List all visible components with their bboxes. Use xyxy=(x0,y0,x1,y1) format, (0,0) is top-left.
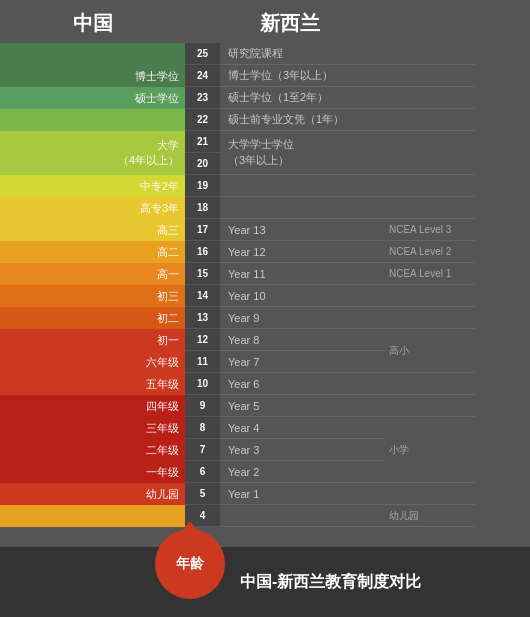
china-row-10: 五年级 xyxy=(0,373,185,395)
num-13: 13 xyxy=(185,307,220,329)
num-10: 10 xyxy=(185,373,220,395)
china-row-12: 初一 xyxy=(0,329,185,351)
nz-row-14: Year 10 xyxy=(220,285,385,307)
china-row-11: 六年级 xyxy=(0,351,185,373)
china-row-7: 二年级 xyxy=(0,439,185,461)
num-23: 23 xyxy=(185,87,220,109)
china-row-6: 一年级 xyxy=(0,461,185,483)
ncea-17: NCEA Level 3 xyxy=(385,219,475,241)
china-row-16: 高二 xyxy=(0,241,185,263)
main-container: 中国 新西兰 博士学位 硕士学位 大学（4年以上） 中专2年 高专3年 高三 高… xyxy=(0,0,530,617)
nz-row-25: 研究院课程 xyxy=(220,43,385,65)
num-9: 9 xyxy=(185,395,220,417)
ncea-18 xyxy=(385,197,475,219)
num-11: 11 xyxy=(185,351,220,373)
comparison-table: 博士学位 硕士学位 大学（4年以上） 中专2年 高专3年 高三 高二 高一 初三… xyxy=(0,43,530,527)
num-25: 25 xyxy=(185,43,220,65)
nz-row-24: 博士学位（3年以上） xyxy=(220,65,385,87)
nz-row-18 xyxy=(220,197,385,219)
comparison-title: 中国-新西兰教育制度对比 xyxy=(240,572,421,593)
ncea-14 xyxy=(385,285,475,307)
ncea-21-20 xyxy=(385,131,475,175)
nz-row-22: 硕士前专业文凭（1年） xyxy=(220,109,385,131)
china-row-19: 中专2年 xyxy=(0,175,185,197)
nz-row-15: Year 11 xyxy=(220,263,385,285)
nz-row-4 xyxy=(220,505,385,527)
num-22: 22 xyxy=(185,109,220,131)
china-row-25 xyxy=(0,43,185,65)
china-row-13: 初二 xyxy=(0,307,185,329)
nz-row-7: Year 3 xyxy=(220,439,385,461)
num-21: 21 xyxy=(185,131,220,153)
ncea-25 xyxy=(385,43,475,65)
china-row-22 xyxy=(0,109,185,131)
nz-row-17: Year 13 xyxy=(220,219,385,241)
china-row-18: 高专3年 xyxy=(0,197,185,219)
nz-row-8: Year 4 xyxy=(220,417,385,439)
nz-row-21-20: 大学学士学位（3年以上） xyxy=(220,131,385,175)
num-7: 7 xyxy=(185,439,220,461)
nz-row-11: Year 7 xyxy=(220,351,385,373)
age-label: 年龄 xyxy=(176,555,204,573)
nz-row-12: Year 8 xyxy=(220,329,385,351)
num-24: 24 xyxy=(185,65,220,87)
nz-main-column: 研究院课程 博士学位（3年以上） 硕士学位（1至2年） 硕士前专业文凭（1年） … xyxy=(220,43,385,527)
ncea-5 xyxy=(385,483,475,505)
ncea-19 xyxy=(385,175,475,197)
china-column: 博士学位 硕士学位 大学（4年以上） 中专2年 高专3年 高三 高二 高一 初三… xyxy=(0,43,185,527)
ncea-9 xyxy=(385,395,475,417)
china-row-15: 高一 xyxy=(0,263,185,285)
nz-row-23: 硕士学位（1至2年） xyxy=(220,87,385,109)
num-19: 19 xyxy=(185,175,220,197)
china-row-14: 初三 xyxy=(0,285,185,307)
nz-row-9: Year 5 xyxy=(220,395,385,417)
ncea-12-11: 高小 xyxy=(385,329,475,373)
ncea-15: NCEA Level 1 xyxy=(385,263,475,285)
num-18: 18 xyxy=(185,197,220,219)
china-row-8: 三年级 xyxy=(0,417,185,439)
footer-bar: 年龄 中国-新西兰教育制度对比 xyxy=(0,547,530,617)
china-row-21-20: 大学（4年以上） xyxy=(0,131,185,175)
num-15: 15 xyxy=(185,263,220,285)
china-row-5: 幼儿园 xyxy=(0,483,185,505)
nz-row-13: Year 9 xyxy=(220,307,385,329)
nz-row-10: Year 6 xyxy=(220,373,385,395)
nz-area: 研究院课程 博士学位（3年以上） 硕士学位（1至2年） 硕士前专业文凭（1年） … xyxy=(220,43,530,527)
header: 中国 新西兰 xyxy=(0,0,530,43)
ncea-4: 幼儿园 xyxy=(385,505,475,527)
ncea-16: NCEA Level 2 xyxy=(385,241,475,263)
num-8: 8 xyxy=(185,417,220,439)
china-row-24: 博士学位 xyxy=(0,65,185,87)
nz-header-label: 新西兰 xyxy=(220,10,530,37)
ncea-23 xyxy=(385,87,475,109)
nz-row-6: Year 2 xyxy=(220,461,385,483)
num-20: 20 xyxy=(185,153,220,175)
nz-row-16: Year 12 xyxy=(220,241,385,263)
ncea-13 xyxy=(385,307,475,329)
number-column: 25 24 23 22 21 20 19 18 17 16 15 14 13 1… xyxy=(185,43,220,527)
ncea-8-6: 小学 xyxy=(385,417,475,483)
nz-row-5: Year 1 xyxy=(220,483,385,505)
num-14: 14 xyxy=(185,285,220,307)
china-row-9: 四年级 xyxy=(0,395,185,417)
ncea-column: NCEA Level 3 NCEA Level 2 NCEA Level 1 高… xyxy=(385,43,475,527)
num-16: 16 xyxy=(185,241,220,263)
nz-row-19 xyxy=(220,175,385,197)
china-row-17: 高三 xyxy=(0,219,185,241)
china-row-4 xyxy=(0,505,185,527)
num-6: 6 xyxy=(185,461,220,483)
num-5: 5 xyxy=(185,483,220,505)
china-header-label: 中国 xyxy=(0,10,185,37)
ncea-24 xyxy=(385,65,475,87)
ncea-22 xyxy=(385,109,475,131)
ncea-10 xyxy=(385,373,475,395)
china-row-23: 硕士学位 xyxy=(0,87,185,109)
num-12: 12 xyxy=(185,329,220,351)
num-17: 17 xyxy=(185,219,220,241)
age-circle: 年龄 xyxy=(155,529,225,599)
